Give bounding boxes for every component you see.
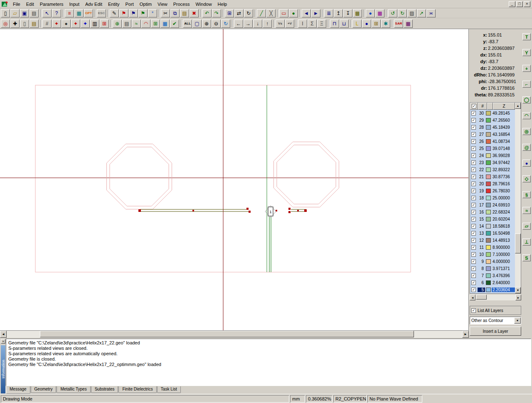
layer-visibility-checkbox[interactable]: ✓ — [471, 111, 476, 115]
impedance-button[interactable]: Ξ — [317, 20, 326, 28]
layer-visibility-checkbox[interactable]: ✓ — [471, 231, 476, 236]
probe-tool[interactable]: ⊥ — [522, 238, 531, 246]
minimize-button[interactable]: _ — [509, 1, 515, 7]
measure-button[interactable]: ╳ — [266, 9, 276, 17]
move-layer-up-button[interactable]: ↥ — [334, 9, 343, 17]
select-reference-button[interactable]: ◎ — [1, 20, 10, 28]
array-copy-button[interactable]: ⊞ — [225, 9, 234, 17]
rotate-button[interactable]: ↻ — [244, 9, 253, 17]
film-button[interactable]: ▤ — [122, 20, 131, 28]
redo-button[interactable]: ↷ — [212, 9, 221, 17]
pattern-button[interactable]: ⊕ — [113, 20, 122, 28]
move-layer-down-button[interactable]: ↧ — [343, 9, 352, 17]
small-grid-button[interactable]: ⊞ — [372, 20, 381, 28]
pan-right-button[interactable]: → — [244, 20, 253, 28]
copy-button[interactable]: ⧉ — [170, 9, 180, 17]
layer-row[interactable]: ✓1316.50498 — [470, 230, 515, 237]
elevation-button[interactable]: I — [298, 20, 307, 28]
layer-color-swatch[interactable] — [486, 238, 491, 243]
layer-visibility-checkbox[interactable]: ✓ — [471, 182, 476, 186]
zoom-in-button[interactable]: ⊕ — [202, 20, 211, 28]
list-all-layers-option[interactable]: ✓ List All Layers — [470, 306, 521, 315]
mirror-button[interactable]: ⇄ — [234, 9, 244, 17]
tab-finite-dielectrics[interactable]: Finite Dielectrics — [118, 386, 156, 393]
layer-list-horizontal-scrollbar[interactable]: ◄ ► — [470, 295, 521, 300]
layer-visibility-checkbox[interactable]: ✓ — [471, 125, 476, 130]
scroll-right-icon[interactable]: ► — [515, 295, 521, 300]
select-group-button[interactable]: ⚑ — [138, 9, 148, 17]
layer-color-swatch[interactable] — [486, 266, 491, 271]
layer-visibility-checkbox[interactable]: ✓ — [471, 210, 476, 214]
layer-row[interactable]: ✓1926.78030 — [470, 187, 515, 194]
tab-task-list[interactable]: Task List — [157, 386, 181, 393]
rotate-cw-button[interactable]: ↻ — [398, 9, 407, 17]
layer-row[interactable]: ✓1520.60204 — [470, 216, 515, 223]
voltage-view-button[interactable]: +V — [285, 20, 294, 28]
select-vertices-button[interactable]: ⚑ — [129, 9, 138, 17]
layer-visibility-checkbox[interactable]: ✓ — [471, 245, 476, 250]
tab-geometry[interactable]: Geometry — [31, 386, 57, 393]
layer-row[interactable]: ✓1724.69910 — [470, 202, 515, 209]
simulate-blue-button[interactable]: ✦ — [81, 20, 90, 28]
align-top-button[interactable]: ⊓ — [330, 20, 339, 28]
s-parameter-curve-button[interactable]: ≈ — [132, 20, 141, 28]
layer-color-swatch[interactable] — [486, 224, 491, 229]
menu-parameters[interactable]: Parameters — [37, 0, 66, 8]
redraw-button[interactable]: ↻ — [221, 20, 230, 28]
pan-down-button[interactable]: ↓ — [253, 20, 262, 28]
layer-list-scrollbar[interactable]: ▲ ▼ — [515, 103, 521, 293]
menu-file[interactable]: File — [10, 0, 23, 8]
layer-color-swatch[interactable] — [486, 231, 491, 236]
layer-color-swatch[interactable] — [486, 174, 491, 179]
coil-tool[interactable]: § — [522, 191, 531, 198]
layer-header-visibility[interactable]: ✓ — [470, 103, 478, 110]
layer-color-swatch[interactable] — [486, 203, 491, 207]
drawing-canvas[interactable]: 1 — [0, 29, 469, 330]
radiation-table-button[interactable]: ⊞ — [100, 20, 109, 28]
layer-row[interactable]: ✓118.900000 — [470, 244, 515, 251]
merge-button[interactable]: ≍ — [426, 9, 436, 17]
layer-header-z[interactable]: Z — [493, 103, 515, 110]
layer-visibility-checkbox[interactable]: ✓ — [471, 273, 476, 278]
green-pen-button[interactable]: ↗ — [417, 9, 426, 17]
layer-row[interactable]: ✓94.000000 — [470, 258, 515, 265]
cut-button[interactable]: ✂ — [161, 9, 170, 17]
layer-color-swatch[interactable] — [486, 182, 491, 186]
optimization-button[interactable]: OPT — [84, 9, 93, 17]
spiral-tool[interactable]: @ — [522, 144, 531, 151]
new-file-button[interactable]: ▯ — [1, 9, 10, 17]
menu-adv-edit[interactable]: Adv Edit — [82, 0, 105, 8]
canvas-horizontal-scrollbar[interactable]: ◄ ► — [0, 330, 469, 338]
chip-module-button[interactable]: ▦ — [404, 20, 413, 28]
layer-color-swatch[interactable] — [486, 153, 491, 158]
layer-color-swatch[interactable] — [486, 111, 491, 115]
previous-view-button[interactable]: ◄ — [302, 9, 311, 17]
menu-help[interactable]: Help — [215, 0, 230, 8]
layer-row[interactable]: ✓73.476396 — [470, 272, 515, 279]
layer-color-swatch[interactable] — [486, 288, 491, 292]
menu-optim[interactable]: Optim — [137, 0, 155, 8]
pan-up-button[interactable]: ↑ — [263, 20, 272, 28]
layer-row[interactable]: ✓2947.26560 — [470, 117, 515, 124]
layer-stack-button[interactable]: ≣ — [324, 9, 333, 17]
layer-visibility-checkbox[interactable]: ✓ — [471, 189, 476, 193]
cross-junction-tool[interactable]: + — [522, 65, 531, 72]
ellipse-tool[interactable]: ◯ — [522, 96, 531, 103]
helix-tool[interactable]: S — [522, 254, 531, 261]
layer-row[interactable]: ✓2130.87736 — [470, 173, 515, 180]
layer-visibility-checkbox[interactable]: ✓ — [471, 174, 476, 179]
pattern-curve-button[interactable]: ◠ — [141, 20, 150, 28]
validate-button[interactable]: ✔ — [170, 20, 179, 28]
scroll-down-icon[interactable]: ▼ — [515, 287, 521, 293]
scrollbar-track[interactable] — [7, 331, 462, 338]
patch-tool[interactable]: ▱ — [522, 223, 531, 230]
layer-color-swatch[interactable] — [486, 280, 491, 285]
layer-visibility-checkbox[interactable]: ✓ — [471, 259, 476, 264]
scroll-up-icon[interactable]: ▲ — [515, 103, 521, 109]
simulate-red-button[interactable]: ✦ — [71, 20, 80, 28]
paste-button[interactable]: ▤ — [180, 9, 189, 17]
layer-color-swatch[interactable] — [486, 160, 491, 165]
layer-visibility-checkbox[interactable]: ✓ — [471, 238, 476, 243]
ring-tool[interactable]: ◎ — [522, 128, 531, 135]
modules-button[interactable]: ▦ — [375, 9, 384, 17]
